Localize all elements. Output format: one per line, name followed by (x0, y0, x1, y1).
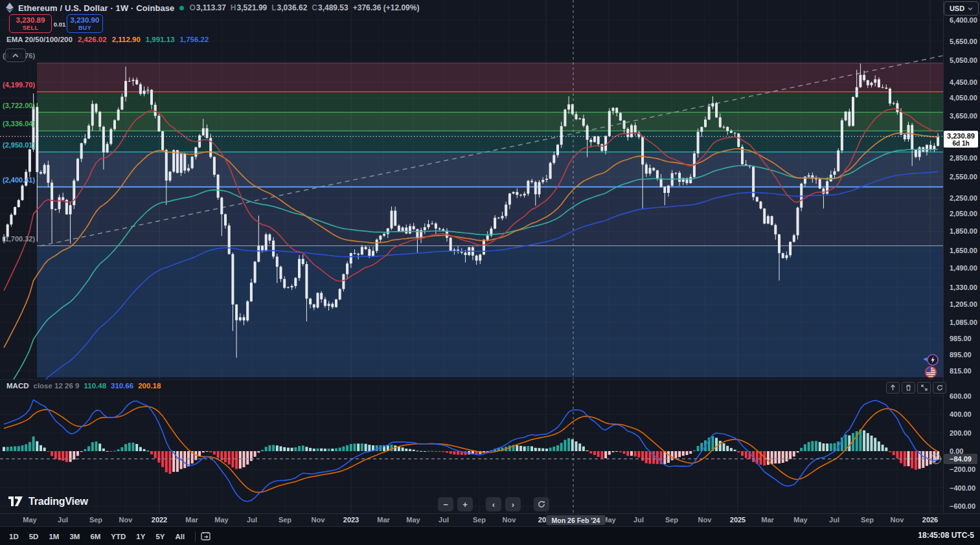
macd-histogram-bar (73, 451, 75, 460)
flash-event-badge[interactable] (922, 353, 939, 366)
scroll-left-button[interactable]: ‹ (486, 497, 501, 511)
price-zone[interactable] (37, 113, 943, 131)
price-axis-tick: 4,050.00 (950, 94, 977, 102)
candle-body (194, 148, 197, 157)
range-button-6m[interactable]: 6M (85, 530, 106, 543)
candle-body (435, 223, 437, 228)
ema-legend[interactable]: EMA 20/50/100/200 2,426.022,112.901,991.… (6, 36, 209, 43)
time-axis-tick: Jul (829, 516, 839, 524)
macd-histogram-bar (623, 451, 626, 454)
price-zone[interactable] (37, 63, 943, 91)
candle-body (893, 103, 895, 104)
candle-body (376, 239, 378, 250)
range-button-all[interactable]: All (170, 530, 190, 543)
add-alert-plus-icon[interactable]: + (931, 454, 941, 464)
candle-body (549, 163, 552, 179)
pane-divider[interactable] (0, 379, 980, 380)
zoom-in-button[interactable]: + (457, 497, 473, 511)
range-button-1y[interactable]: 1Y (131, 530, 150, 543)
market-status-icon[interactable] (179, 6, 184, 10)
scroll-right-button[interactable]: › (505, 497, 521, 511)
macd-histogram-bar (51, 451, 53, 456)
candle-body (475, 256, 478, 261)
delete-pane-button[interactable] (902, 382, 915, 394)
candle-body (387, 228, 389, 234)
candle-body (95, 104, 98, 111)
macd-pane-controls (886, 382, 946, 394)
price-zone[interactable] (37, 131, 943, 151)
maximize-pane-button[interactable] (917, 382, 931, 394)
candle-body (146, 90, 149, 91)
currency-selector[interactable]: USD (944, 1, 979, 16)
price-axis[interactable]: 6,400.005,650.005,050.004,450.004,050.00… (943, 0, 980, 513)
candle-body (704, 120, 707, 127)
macd-histogram-bar (21, 445, 24, 451)
candle-body (615, 108, 618, 113)
macd-axis-tick: 200.00 (950, 429, 972, 437)
candle-body (649, 168, 652, 173)
tradingview-chart-app: Ethereum / U.S. Dollar · 1W · Coinbase O… (0, 0, 980, 545)
sell-button[interactable]: 3,230.89 SELL (9, 14, 52, 33)
macd-histogram-bar (176, 451, 179, 472)
bottom-toolbar: 1D5D1M3M6MYTD1Y5YAll 18:45:08 UTC-5 (0, 526, 980, 545)
candle-body (508, 194, 511, 205)
price-zone[interactable] (37, 92, 943, 113)
candle-body (719, 117, 722, 127)
macd-histogram-bar (280, 447, 282, 451)
reset-chart-button[interactable] (534, 497, 549, 511)
macd-histogram-bar (893, 451, 895, 455)
range-button-1d[interactable]: 1D (4, 530, 24, 543)
restore-pane-button[interactable] (933, 382, 946, 394)
collapse-pane-button[interactable] (5, 49, 26, 62)
candle-body (331, 304, 334, 307)
candle-body (904, 135, 906, 139)
candle-body (556, 145, 559, 155)
macd-histogram-bar (582, 447, 585, 451)
candle-body (165, 150, 168, 181)
candle-body (43, 165, 46, 173)
clock-display[interactable]: 18:45:08 UTC-5 (918, 531, 974, 540)
move-pane-up-button[interactable] (886, 382, 900, 394)
macd-histogram-bar (309, 448, 312, 451)
macd-histogram-bar (317, 449, 319, 451)
macd-histogram-bar (697, 446, 700, 451)
candle-body (486, 236, 489, 240)
candle-body (187, 168, 190, 171)
current-price-label[interactable]: 3,230.89 6d 1h (944, 131, 978, 148)
macd-histogram-bar (128, 443, 131, 451)
macd-legend[interactable]: MACD close 12 26 9 110.48310.66200.18 (6, 382, 161, 390)
time-axis[interactable]: Mon 26 Feb '24 MayJulSepNov2022MarMayJul… (0, 513, 980, 527)
price-chart-canvas[interactable] (0, 0, 943, 380)
macd-histogram (3, 429, 939, 474)
go-to-date-button[interactable] (201, 531, 212, 541)
candle-body (350, 253, 352, 263)
macd-histogram-bar (102, 449, 105, 451)
macd-chart-canvas[interactable] (0, 380, 943, 513)
range-button-1m[interactable]: 1M (43, 530, 64, 543)
macd-histogram-bar (265, 447, 268, 451)
candle-body (243, 317, 245, 320)
macd-histogram-bar (896, 451, 898, 458)
range-button-5y[interactable]: 5Y (150, 530, 170, 543)
zoom-out-button[interactable]: − (438, 497, 453, 511)
price-axis-tick: 2,050.00 (950, 210, 977, 217)
macd-histogram-bar (95, 441, 98, 451)
range-button-5d[interactable]: 5D (24, 530, 44, 543)
candle-body (217, 175, 220, 198)
candle-body (250, 283, 253, 302)
time-axis-tick: 2026 (922, 516, 938, 524)
macd-histogram-bar (143, 449, 146, 451)
macd-histogram-bar (730, 448, 733, 451)
candle-body (578, 118, 581, 119)
range-button-ytd[interactable]: YTD (106, 530, 131, 543)
tradingview-logo[interactable]: TradingView (8, 495, 88, 508)
macd-histogram-bar (365, 444, 367, 451)
symbol-title[interactable]: Ethereum / U.S. Dollar · 1W · Coinbase (18, 3, 174, 13)
us-flag-badge[interactable] (924, 366, 937, 379)
buy-button[interactable]: 3,230.90 BUY (67, 14, 103, 33)
macd-histogram-bar (626, 451, 629, 456)
range-button-3m[interactable]: 3M (64, 530, 85, 543)
candle-body (191, 157, 194, 168)
macd-axis-tick: 600.00 (950, 392, 972, 400)
macd-histogram-bar (157, 451, 160, 463)
